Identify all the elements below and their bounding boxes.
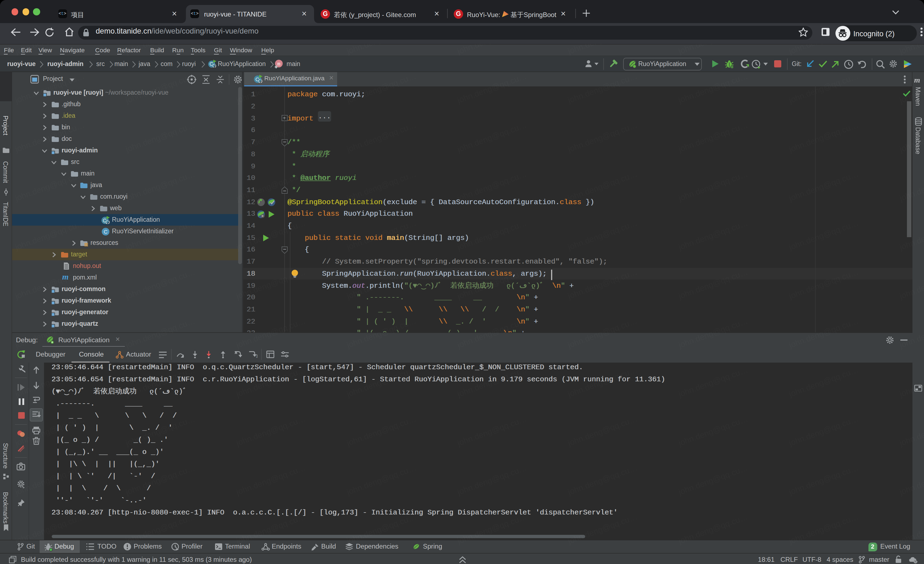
svg-text:I: I <box>256 354 257 358</box>
svg-text:C: C <box>104 229 108 235</box>
svg-text:m: m <box>277 61 280 67</box>
